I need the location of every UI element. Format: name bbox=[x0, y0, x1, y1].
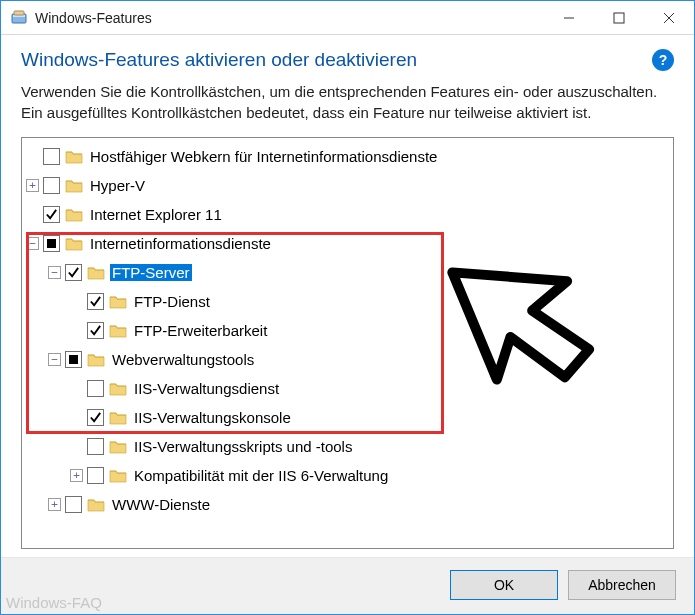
feature-tree[interactable]: Hostfähiger Webkern für Internetinformat… bbox=[22, 138, 673, 548]
feature-checkbox[interactable] bbox=[87, 322, 104, 339]
tree-item-label[interactable]: IIS-Verwaltungsdienst bbox=[132, 380, 281, 397]
tree-item-label[interactable]: IIS-Verwaltungsskripts und -tools bbox=[132, 438, 354, 455]
feature-checkbox[interactable] bbox=[87, 438, 104, 455]
tree-item-label[interactable]: Internet Explorer 11 bbox=[88, 206, 224, 223]
folder-icon bbox=[109, 468, 127, 483]
maximize-button[interactable] bbox=[594, 1, 644, 34]
folder-icon bbox=[65, 236, 83, 251]
feature-checkbox[interactable] bbox=[87, 293, 104, 310]
folder-icon bbox=[65, 178, 83, 193]
ok-button[interactable]: OK bbox=[450, 570, 558, 600]
feature-checkbox[interactable] bbox=[43, 148, 60, 165]
expand-icon[interactable]: + bbox=[48, 498, 61, 511]
tree-item[interactable]: −FTP-Server bbox=[26, 258, 669, 287]
folder-icon bbox=[65, 149, 83, 164]
tree-item[interactable]: Internet Explorer 11 bbox=[26, 200, 669, 229]
tree-item[interactable]: +Hyper-V bbox=[26, 171, 669, 200]
help-icon[interactable]: ? bbox=[652, 49, 674, 71]
tree-item[interactable]: Hostfähiger Webkern für Internetinformat… bbox=[26, 142, 669, 171]
svg-rect-4 bbox=[614, 13, 624, 23]
tree-item-label[interactable]: Kompatibilität mit der IIS 6-Verwaltung bbox=[132, 467, 390, 484]
tree-item-label[interactable]: Internetinformationsdienste bbox=[88, 235, 273, 252]
folder-icon bbox=[109, 410, 127, 425]
feature-checkbox[interactable] bbox=[43, 235, 60, 252]
folder-icon bbox=[109, 381, 127, 396]
tree-item[interactable]: IIS-Verwaltungsskripts und -tools bbox=[26, 432, 669, 461]
collapse-icon[interactable]: − bbox=[48, 353, 61, 366]
folder-icon bbox=[87, 352, 105, 367]
titlebar: Windows-Features bbox=[1, 1, 694, 35]
minimize-button[interactable] bbox=[544, 1, 594, 34]
feature-checkbox[interactable] bbox=[87, 380, 104, 397]
feature-checkbox[interactable] bbox=[43, 177, 60, 194]
feature-checkbox[interactable] bbox=[87, 409, 104, 426]
dialog-buttons: OK Abbrechen bbox=[1, 557, 694, 614]
feature-checkbox[interactable] bbox=[65, 351, 82, 368]
feature-checkbox[interactable] bbox=[65, 264, 82, 281]
tree-item[interactable]: +Kompatibilität mit der IIS 6-Verwaltung bbox=[26, 461, 669, 490]
tree-item-label[interactable]: Hyper-V bbox=[88, 177, 147, 194]
folder-icon bbox=[109, 294, 127, 309]
collapse-icon[interactable]: − bbox=[48, 266, 61, 279]
tree-item-label[interactable]: WWW-Dienste bbox=[110, 496, 212, 513]
feature-checkbox[interactable] bbox=[65, 496, 82, 513]
tree-item-label[interactable]: Webverwaltungstools bbox=[110, 351, 256, 368]
feature-checkbox[interactable] bbox=[87, 467, 104, 484]
expand-icon[interactable]: + bbox=[70, 469, 83, 482]
tree-item[interactable]: IIS-Verwaltungsdienst bbox=[26, 374, 669, 403]
svg-rect-2 bbox=[14, 11, 24, 15]
close-button[interactable] bbox=[644, 1, 694, 34]
folder-icon bbox=[87, 265, 105, 280]
tree-item-label[interactable]: IIS-Verwaltungskonsole bbox=[132, 409, 293, 426]
tree-item-label[interactable]: FTP-Server bbox=[110, 264, 192, 281]
cancel-button[interactable]: Abbrechen bbox=[568, 570, 676, 600]
dialog-content: Windows-Features aktivieren oder deaktiv… bbox=[1, 35, 694, 557]
tree-item[interactable]: IIS-Verwaltungskonsole bbox=[26, 403, 669, 432]
tree-item-label[interactable]: FTP-Dienst bbox=[132, 293, 212, 310]
tree-item[interactable]: FTP-Dienst bbox=[26, 287, 669, 316]
tree-item[interactable]: −Internetinformationsdienste bbox=[26, 229, 669, 258]
folder-icon bbox=[87, 497, 105, 512]
tree-item[interactable]: +WWW-Dienste bbox=[26, 490, 669, 519]
page-title: Windows-Features aktivieren oder deaktiv… bbox=[21, 49, 652, 71]
app-icon bbox=[11, 10, 27, 26]
collapse-icon[interactable]: − bbox=[26, 237, 39, 250]
feature-tree-container: Hostfähiger Webkern für Internetinformat… bbox=[21, 137, 674, 549]
tree-item[interactable]: FTP-Erweiterbarkeit bbox=[26, 316, 669, 345]
windows-features-dialog: Windows-Features Windows-Features aktivi… bbox=[0, 0, 695, 615]
description-text: Verwenden Sie die Kontrollkästchen, um d… bbox=[21, 81, 674, 123]
folder-icon bbox=[109, 323, 127, 338]
expand-icon[interactable]: + bbox=[26, 179, 39, 192]
tree-item-label[interactable]: Hostfähiger Webkern für Internetinformat… bbox=[88, 148, 439, 165]
feature-checkbox[interactable] bbox=[43, 206, 60, 223]
folder-icon bbox=[109, 439, 127, 454]
tree-item[interactable]: −Webverwaltungstools bbox=[26, 345, 669, 374]
window-title: Windows-Features bbox=[35, 10, 152, 26]
tree-item-label[interactable]: FTP-Erweiterbarkeit bbox=[132, 322, 269, 339]
folder-icon bbox=[65, 207, 83, 222]
